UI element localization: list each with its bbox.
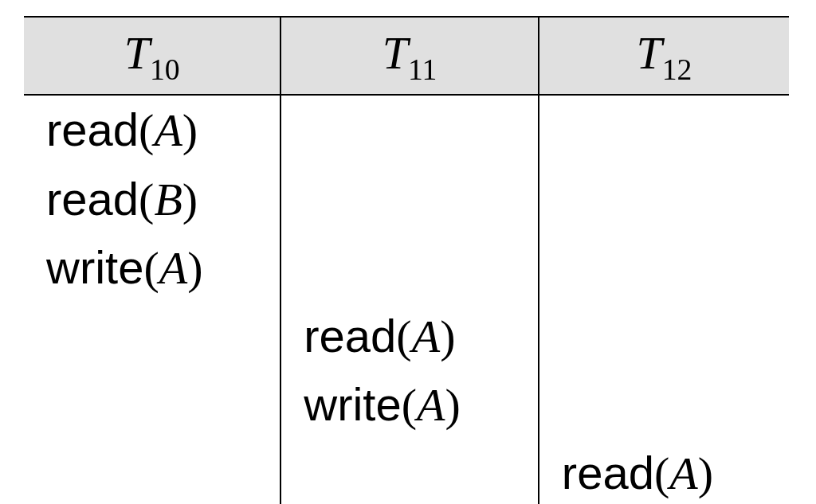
schedule-cell <box>539 302 789 370</box>
schedule-row: read(A) <box>24 95 789 164</box>
schedule-row: read(B) <box>24 165 789 233</box>
operation-arg: B <box>154 174 182 225</box>
close-paren: ) <box>445 379 461 431</box>
open-paren: ( <box>402 379 417 431</box>
schedule-body: read(A)read(B)write(A)read(A)write(A)rea… <box>24 95 789 504</box>
open-paren: ( <box>654 447 669 499</box>
schedule-cell <box>539 233 789 302</box>
schedule-cell <box>280 233 539 302</box>
schedule-cell: read(A) <box>24 95 280 164</box>
schedule-cell <box>280 439 539 504</box>
schedule-cell <box>24 302 280 370</box>
operation-name: read <box>46 104 139 155</box>
operation-arg: A <box>159 242 187 294</box>
header-sub: 11 <box>408 53 437 86</box>
schedule-cell <box>280 165 539 233</box>
schedule-cell <box>280 95 539 164</box>
operation-name: read <box>562 447 654 498</box>
operation-name: read <box>46 173 139 225</box>
open-paren: ( <box>139 174 154 225</box>
schedule-cell: write(A) <box>24 233 280 302</box>
schedule-cell <box>24 439 280 504</box>
operation-name: read <box>304 310 396 361</box>
header-var: T <box>124 27 150 79</box>
schedule-row: write(A) <box>24 370 789 439</box>
open-paren: ( <box>139 104 154 156</box>
header-sub: 10 <box>150 53 180 86</box>
schedule-cell: read(B) <box>24 165 280 233</box>
header-t11: T11 <box>280 17 539 95</box>
close-paren: ) <box>182 104 198 156</box>
operation-arg: A <box>412 311 440 362</box>
schedule-row: write(A) <box>24 233 789 302</box>
close-paren: ) <box>187 242 202 294</box>
open-paren: ( <box>143 242 159 294</box>
open-paren: ( <box>396 311 411 362</box>
schedule-cell: read(A) <box>539 439 789 504</box>
schedule-cell <box>539 165 789 233</box>
operation-arg: A <box>417 379 445 431</box>
transaction-schedule-table: T10 T11 T12 read(A)read(B)write(A)read(A… <box>24 16 789 504</box>
close-paren: ) <box>440 311 455 362</box>
operation-arg: A <box>669 447 697 499</box>
header-t12: T12 <box>539 17 789 95</box>
close-paren: ) <box>698 447 713 499</box>
close-paren: ) <box>182 174 198 225</box>
schedule-cell <box>539 370 789 439</box>
header-sub: 12 <box>662 53 692 86</box>
schedule-row: read(A) <box>24 302 789 370</box>
operation-name: write <box>304 378 401 430</box>
schedule-cell: read(A) <box>280 302 539 370</box>
header-var: T <box>636 27 661 79</box>
schedule-cell: write(A) <box>280 370 539 439</box>
operation-name: write <box>46 241 143 293</box>
schedule-cell <box>539 95 789 164</box>
schedule-row: read(A) <box>24 439 789 504</box>
header-var: T <box>382 27 408 79</box>
schedule-cell <box>24 370 280 439</box>
operation-arg: A <box>154 104 182 156</box>
header-t10: T10 <box>24 17 280 95</box>
